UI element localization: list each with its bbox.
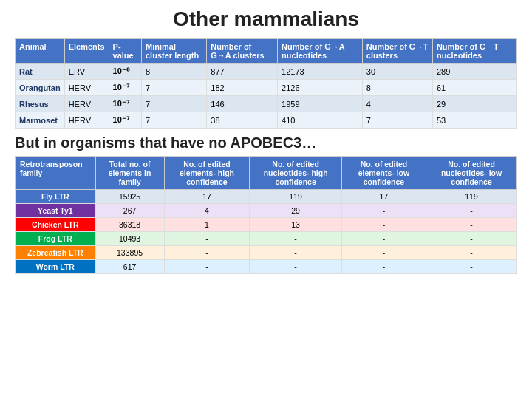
cell-elements: ERV bbox=[64, 64, 109, 80]
cell-ct-clusters: 30 bbox=[362, 64, 432, 80]
cell-nucl-low: - bbox=[426, 218, 517, 232]
cell-nucl-high: 119 bbox=[250, 190, 341, 204]
cell-family: Chicken LTR bbox=[16, 218, 96, 232]
table-row: Worm LTR 617 - - - - bbox=[16, 260, 517, 274]
cell-edited-high: 1 bbox=[164, 218, 250, 232]
cell-family: Worm LTR bbox=[16, 260, 96, 274]
cell-animal: Rat bbox=[16, 64, 65, 80]
cell-min-cluster: 7 bbox=[142, 96, 207, 112]
cell-ga-nucleotides: 2126 bbox=[278, 80, 363, 96]
cell-nucl-high: - bbox=[250, 246, 341, 260]
cell-min-cluster: 7 bbox=[142, 112, 207, 129]
cell-animal: Rhesus bbox=[16, 96, 65, 112]
table-row: Frog LTR 10493 - - - - bbox=[16, 232, 517, 246]
cell-nucl-low: - bbox=[426, 204, 517, 218]
cell-ct-nucleotides: 61 bbox=[432, 80, 516, 96]
col-ga-clusters: Number of G→A clusters bbox=[207, 39, 278, 64]
cell-ct-nucleotides: 289 bbox=[432, 64, 516, 80]
cell-total: 133895 bbox=[95, 246, 164, 260]
col-family: Retrotransposon family bbox=[16, 157, 96, 190]
col-animal: Animal bbox=[16, 39, 65, 64]
table-row: Rat ERV 10⁻⁸ 8 877 12173 30 289 bbox=[16, 64, 517, 80]
cell-total: 267 bbox=[95, 204, 164, 218]
cell-ga-nucleotides: 410 bbox=[278, 112, 363, 129]
table-row: Marmoset HERV 10⁻⁷ 7 38 410 7 53 bbox=[16, 112, 517, 129]
cell-pvalue: 10⁻⁷ bbox=[109, 96, 141, 112]
table-row: Fly LTR 15925 17 119 17 119 bbox=[16, 190, 517, 204]
cell-nucl-high: 29 bbox=[250, 204, 341, 218]
col-pvalue: P-value bbox=[109, 39, 141, 64]
col-ga-nucleotides: Number of G→A nucleotides bbox=[278, 39, 363, 64]
cell-animal: Orangutan bbox=[16, 80, 65, 96]
cell-family: Fly LTR bbox=[16, 190, 96, 204]
cell-elements: HERV bbox=[64, 80, 109, 96]
cell-edited-low: - bbox=[341, 246, 426, 260]
cell-edited-low: - bbox=[341, 232, 426, 246]
top-table: Animal Elements P-value Minimal cluster … bbox=[15, 38, 517, 129]
cell-ct-clusters: 7 bbox=[362, 112, 432, 129]
cell-pvalue: 10⁻⁸ bbox=[109, 64, 141, 80]
col-elements: Elements bbox=[64, 39, 109, 64]
col-ct-clusters: Number of C→T clusters bbox=[362, 39, 432, 64]
cell-edited-low: 17 bbox=[341, 190, 426, 204]
col-edited-high: No. of edited elements- high confidence bbox=[164, 157, 250, 190]
col-nucl-high: No. of edited nucleotides- high confiden… bbox=[250, 157, 341, 190]
table-row: Rhesus HERV 10⁻⁷ 7 146 1959 4 29 bbox=[16, 96, 517, 112]
cell-edited-high: 4 bbox=[164, 204, 250, 218]
cell-ga-clusters: 877 bbox=[207, 64, 278, 80]
cell-edited-high: - bbox=[164, 260, 250, 274]
cell-ga-clusters: 146 bbox=[207, 96, 278, 112]
subtitle: But in organisms that have no APOBEC3… bbox=[15, 134, 517, 151]
cell-elements: HERV bbox=[64, 96, 109, 112]
cell-ga-nucleotides: 1959 bbox=[278, 96, 363, 112]
cell-edited-high: 17 bbox=[164, 190, 250, 204]
cell-edited-low: - bbox=[341, 218, 426, 232]
col-min-cluster: Minimal cluster length bbox=[142, 39, 207, 64]
cell-total: 15925 bbox=[95, 190, 164, 204]
cell-total: 617 bbox=[95, 260, 164, 274]
cell-min-cluster: 8 bbox=[142, 64, 207, 80]
col-nucl-low: No. of edited nucleotides- low confidenc… bbox=[426, 157, 517, 190]
cell-nucl-low: - bbox=[426, 260, 517, 274]
cell-nucl-low: - bbox=[426, 246, 517, 260]
cell-nucl-high: 13 bbox=[250, 218, 341, 232]
table-row: Chicken LTR 36318 1 13 - - bbox=[16, 218, 517, 232]
cell-elements: HERV bbox=[64, 112, 109, 129]
cell-edited-high: - bbox=[164, 232, 250, 246]
cell-family: Frog LTR bbox=[16, 232, 96, 246]
cell-ga-nucleotides: 12173 bbox=[278, 64, 363, 80]
cell-ct-clusters: 4 bbox=[362, 96, 432, 112]
cell-family: Yeast Ty1 bbox=[16, 204, 96, 218]
col-ct-nucleotides: Number of C→T nucleotides bbox=[432, 39, 516, 64]
cell-nucl-low: 119 bbox=[426, 190, 517, 204]
cell-total: 10493 bbox=[95, 232, 164, 246]
cell-ga-clusters: 38 bbox=[207, 112, 278, 129]
table-row: Zebreafish LTR 133895 - - - - bbox=[16, 246, 517, 260]
cell-family: Zebreafish LTR bbox=[16, 246, 96, 260]
cell-edited-low: - bbox=[341, 204, 426, 218]
cell-ct-nucleotides: 29 bbox=[432, 96, 516, 112]
cell-nucl-high: - bbox=[250, 260, 341, 274]
cell-animal: Marmoset bbox=[16, 112, 65, 129]
cell-pvalue: 10⁻⁷ bbox=[109, 80, 141, 96]
col-total: Total no. of elements in family bbox=[95, 157, 164, 190]
cell-edited-low: - bbox=[341, 260, 426, 274]
table-row: Yeast Ty1 267 4 29 - - bbox=[16, 204, 517, 218]
cell-edited-high: - bbox=[164, 246, 250, 260]
page-title: Other mammalians bbox=[15, 7, 517, 31]
col-edited-low: No. of edited elements- low confidence bbox=[341, 157, 426, 190]
cell-ga-clusters: 182 bbox=[207, 80, 278, 96]
cell-ct-clusters: 8 bbox=[362, 80, 432, 96]
cell-nucl-low: - bbox=[426, 232, 517, 246]
cell-pvalue: 10⁻⁷ bbox=[109, 112, 141, 129]
bottom-table: Retrotransposon family Total no. of elem… bbox=[15, 156, 517, 274]
cell-nucl-high: - bbox=[250, 232, 341, 246]
table-row: Orangutan HERV 10⁻⁷ 7 182 2126 8 61 bbox=[16, 80, 517, 96]
cell-total: 36318 bbox=[95, 218, 164, 232]
cell-ct-nucleotides: 53 bbox=[432, 112, 516, 129]
cell-min-cluster: 7 bbox=[142, 80, 207, 96]
